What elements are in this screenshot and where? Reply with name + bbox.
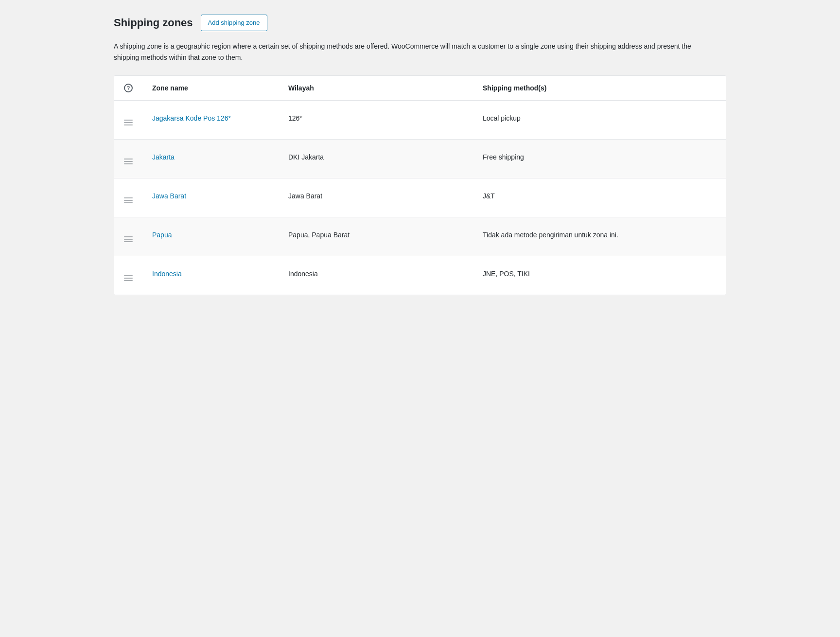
add-shipping-zone-button[interactable]: Add shipping zone: [201, 15, 267, 31]
page-description: A shipping zone is a geographic region w…: [114, 41, 697, 64]
table-header-handle: ?: [114, 76, 142, 101]
table-header-zone-name: Zone name: [142, 76, 279, 101]
zone-name-cell: Jagakarsa Kode Pos 126*: [142, 101, 279, 140]
table-header-method: Shipping method(s): [473, 76, 726, 101]
drag-handle-icon: [124, 197, 133, 203]
drag-handle[interactable]: [114, 178, 142, 217]
zone-region-cell: DKI Jakarta: [279, 140, 473, 178]
page-header: Shipping zones Add shipping zone: [114, 15, 726, 31]
zones-table-body: Jagakarsa Kode Pos 126* 126* Local picku…: [114, 101, 726, 295]
page-container: Shipping zones Add shipping zone A shipp…: [114, 15, 726, 295]
zone-name-cell: Jakarta: [142, 140, 279, 178]
zone-name-link[interactable]: Jawa Barat: [152, 192, 186, 200]
table-row: Jakarta DKI Jakarta Free shipping: [114, 140, 726, 178]
table-row: Indonesia Indonesia JNE, POS, TIKI: [114, 256, 726, 295]
table-row: Jagakarsa Kode Pos 126* 126* Local picku…: [114, 101, 726, 140]
drag-handle-icon: [124, 120, 133, 125]
shipping-zones-table: ? Zone name Wilayah Shipping method(s) J…: [114, 76, 726, 295]
page-title: Shipping zones: [114, 17, 193, 29]
zone-name-link[interactable]: Jakarta: [152, 153, 175, 161]
zone-method-cell: Tidak ada metode pengiriman untuk zona i…: [473, 217, 726, 256]
zone-name-cell: Indonesia: [142, 256, 279, 295]
zone-region-cell: Jawa Barat: [279, 178, 473, 217]
drag-handle[interactable]: [114, 101, 142, 140]
zone-name-link[interactable]: Jagakarsa Kode Pos 126*: [152, 114, 231, 122]
zone-name-link[interactable]: Papua: [152, 231, 172, 239]
zone-name-cell: Papua: [142, 217, 279, 256]
drag-handle[interactable]: [114, 217, 142, 256]
table-header-region: Wilayah: [279, 76, 473, 101]
zone-method-cell: Local pickup: [473, 101, 726, 140]
zone-region-cell: Indonesia: [279, 256, 473, 295]
zone-name-cell: Jawa Barat: [142, 178, 279, 217]
zone-region-cell: 126*: [279, 101, 473, 140]
table-row: Jawa Barat Jawa Barat J&T: [114, 178, 726, 217]
drag-handle-icon: [124, 275, 133, 281]
table-row: Papua Papua, Papua Barat Tidak ada metod…: [114, 217, 726, 256]
shipping-zones-table-container: ? Zone name Wilayah Shipping method(s) J…: [114, 75, 726, 295]
help-icon[interactable]: ?: [124, 84, 133, 92]
zone-method-cell: J&T: [473, 178, 726, 217]
drag-handle[interactable]: [114, 140, 142, 178]
zone-method-cell: Free shipping: [473, 140, 726, 178]
drag-handle-icon: [124, 159, 133, 164]
zone-name-link[interactable]: Indonesia: [152, 270, 182, 278]
drag-handle-icon: [124, 236, 133, 242]
table-header-row: ? Zone name Wilayah Shipping method(s): [114, 76, 726, 101]
zone-region-cell: Papua, Papua Barat: [279, 217, 473, 256]
drag-handle[interactable]: [114, 256, 142, 295]
zone-method-cell: JNE, POS, TIKI: [473, 256, 726, 295]
